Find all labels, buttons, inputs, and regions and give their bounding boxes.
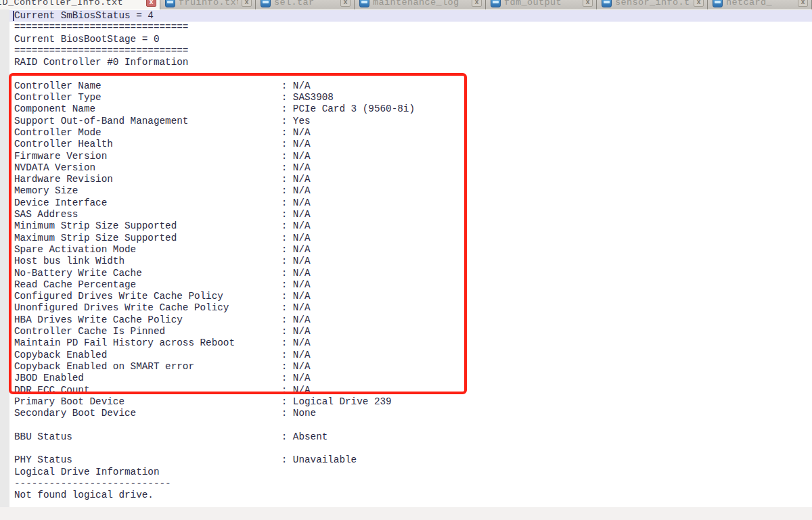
tab-label: fruinfo.txt — [179, 0, 238, 7]
tab-sensor-info-txt[interactable]: sensor_info.txtx — [597, 0, 708, 9]
editor-left-margin — [0, 9, 9, 507]
file-icon-stripe — [167, 1, 173, 3]
tab-sel-tar[interactable]: sel.tarx — [256, 0, 355, 9]
editor-line-current: Current SmBiosStatus = 4 — [9, 10, 812, 22]
file-icon — [602, 0, 612, 7]
editor-line: Primary Boot Device : Logical Drive 239 — [9, 396, 812, 408]
tab-label: netcard_ — [726, 0, 794, 7]
close-icon[interactable]: x — [798, 0, 808, 7]
tab-netcard[interactable]: netcard_x — [708, 0, 812, 9]
editor-line: Current BiosBootStage = 0 — [9, 34, 812, 45]
editor-line: Secondary Boot Device : None — [9, 408, 812, 419]
tab-label: maintenance_log — [373, 0, 468, 7]
editor-line: RAID Controller #0 Information — [9, 57, 812, 68]
editor-line — [9, 419, 812, 431]
editor-line: Logical Drive Information — [9, 467, 812, 478]
area-below-editor — [0, 507, 812, 520]
tab-maintenance-log[interactable]: maintenance_logx — [355, 0, 486, 9]
tab-id-controller-info-txt[interactable]: ID_Controller_Info.txtx — [0, 0, 160, 9]
close-icon[interactable]: x — [242, 0, 252, 7]
editor-pane[interactable]: Current SmBiosStatus = 4================… — [0, 9, 812, 507]
tab-label: ID_Controller_Info.txt — [0, 0, 143, 7]
editor-line: Not found logical drive. — [9, 490, 812, 501]
tab-fruinfo-txt[interactable]: fruinfo.txtx — [160, 0, 256, 9]
app-window: ID_Controller_Info.txtxfruinfo.txtxsel.t… — [0, 0, 812, 520]
close-icon[interactable]: x — [340, 0, 351, 7]
file-icon-stripe — [493, 1, 499, 3]
close-icon[interactable]: x — [146, 0, 156, 7]
close-icon[interactable]: x — [583, 0, 593, 7]
file-icon-stripe — [361, 1, 367, 3]
editor-line: --------------------------- — [9, 478, 812, 490]
close-icon[interactable]: x — [472, 0, 482, 7]
editor-line: BBU Status : Absent — [9, 431, 812, 443]
editor-line — [9, 443, 812, 454]
text-caret — [13, 11, 14, 21]
file-icon — [359, 0, 369, 7]
file-icon — [713, 0, 723, 7]
tab-label: sel.tar — [274, 0, 337, 7]
tab-label: sensor_info.txt — [615, 0, 690, 7]
file-icon-stripe — [715, 1, 721, 3]
editor-line: ============================== — [9, 45, 812, 57]
file-icon-stripe — [604, 1, 610, 3]
editor-line: ============================== — [9, 22, 812, 33]
editor-line: PHY Status : Unavailable — [9, 454, 812, 466]
close-icon[interactable]: x — [694, 0, 704, 7]
tab-bar: ID_Controller_Info.txtxfruinfo.txtxsel.t… — [0, 0, 812, 9]
file-icon-stripe — [263, 1, 269, 3]
file-icon — [491, 0, 501, 7]
tab-fdm-output[interactable]: fdm_outputx — [486, 0, 597, 9]
file-icon — [165, 0, 175, 7]
file-icon — [261, 0, 271, 7]
tab-label: fdm_output — [504, 0, 579, 7]
annotation-red-box — [9, 73, 467, 394]
